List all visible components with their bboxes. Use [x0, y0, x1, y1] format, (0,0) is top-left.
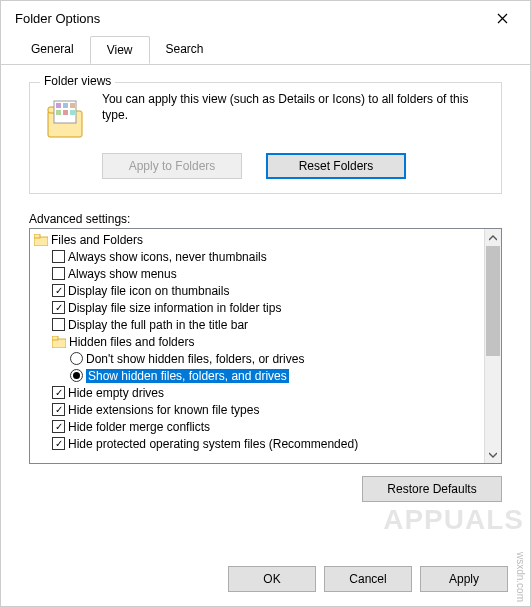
- checkbox-icon: ✓: [52, 420, 65, 433]
- dialog-buttons: OK Cancel Apply: [228, 566, 508, 592]
- close-icon: [497, 13, 508, 24]
- folder-options-window: Folder Options General View Search Folde…: [0, 0, 531, 607]
- checkbox-icon: ✓: [52, 437, 65, 450]
- folder-icon: [34, 234, 48, 246]
- tree-root-label: Files and Folders: [51, 233, 143, 247]
- option-display-full-path[interactable]: Display the full path in the title bar: [34, 316, 484, 333]
- scroll-down-button[interactable]: [485, 446, 501, 463]
- folder-views-group: Folder views You can apply t: [29, 82, 502, 194]
- svg-rect-5: [70, 103, 75, 108]
- titlebar: Folder Options: [1, 1, 530, 35]
- checkbox-icon: [52, 267, 65, 280]
- tab-search[interactable]: Search: [150, 36, 220, 64]
- svg-rect-7: [63, 110, 68, 115]
- scroll-thumb[interactable]: [486, 246, 500, 356]
- checkbox-icon: ✓: [52, 284, 65, 297]
- chevron-down-icon: [489, 452, 497, 458]
- advanced-settings-label: Advanced settings:: [29, 212, 508, 226]
- option-hide-merge-conflicts[interactable]: ✓ Hide folder merge conflicts: [34, 418, 484, 435]
- checkbox-icon: [52, 318, 65, 331]
- tab-content: Folder views You can apply t: [1, 64, 530, 516]
- checkbox-icon: ✓: [52, 403, 65, 416]
- folder-views-legend: Folder views: [40, 74, 115, 88]
- cancel-button[interactable]: Cancel: [324, 566, 412, 592]
- option-always-show-icons[interactable]: Always show icons, never thumbnails: [34, 248, 484, 265]
- watermark-source: wsxdn.com: [515, 552, 526, 602]
- tab-general[interactable]: General: [15, 36, 90, 64]
- folder-view-icon: [40, 95, 88, 143]
- svg-rect-10: [34, 234, 40, 238]
- option-display-file-size[interactable]: ✓ Display file size information in folde…: [34, 299, 484, 316]
- option-display-file-icon[interactable]: ✓ Display file icon on thumbnails: [34, 282, 484, 299]
- tree-content[interactable]: Files and Folders Always show icons, nev…: [30, 229, 484, 463]
- checkbox-icon: [52, 250, 65, 263]
- radio-icon: [70, 352, 83, 365]
- tab-strip: General View Search: [1, 36, 530, 65]
- option-dont-show-hidden[interactable]: Don't show hidden files, folders, or dri…: [34, 350, 484, 367]
- svg-rect-12: [52, 336, 58, 340]
- svg-rect-8: [70, 110, 75, 115]
- svg-rect-3: [56, 103, 61, 108]
- tree-hidden-files-group: Hidden files and folders: [34, 333, 484, 350]
- radio-icon: [70, 369, 83, 382]
- option-always-show-menus[interactable]: Always show menus: [34, 265, 484, 282]
- scroll-up-button[interactable]: [485, 229, 501, 246]
- svg-rect-4: [63, 103, 68, 108]
- folder-icon: [52, 336, 66, 348]
- close-button[interactable]: [482, 4, 522, 32]
- scroll-track[interactable]: [485, 246, 501, 446]
- option-hide-extensions[interactable]: ✓ Hide extensions for known file types: [34, 401, 484, 418]
- chevron-up-icon: [489, 235, 497, 241]
- tree-scrollbar[interactable]: [484, 229, 501, 463]
- apply-to-folders-button: Apply to Folders: [102, 153, 242, 179]
- option-show-hidden[interactable]: Show hidden files, folders, and drives: [34, 367, 484, 384]
- option-hide-protected-os-files[interactable]: ✓ Hide protected operating system files …: [34, 435, 484, 452]
- advanced-settings-tree: Files and Folders Always show icons, nev…: [29, 228, 502, 464]
- apply-button[interactable]: Apply: [420, 566, 508, 592]
- window-title: Folder Options: [15, 11, 482, 26]
- reset-folders-button[interactable]: Reset Folders: [266, 153, 406, 179]
- checkbox-icon: ✓: [52, 386, 65, 399]
- tree-root-files-folders: Files and Folders: [34, 231, 484, 248]
- ok-button[interactable]: OK: [228, 566, 316, 592]
- svg-rect-6: [56, 110, 61, 115]
- checkbox-icon: ✓: [52, 301, 65, 314]
- restore-defaults-button[interactable]: Restore Defaults: [362, 476, 502, 502]
- option-hide-empty-drives[interactable]: ✓ Hide empty drives: [34, 384, 484, 401]
- folder-views-text: You can apply this view (such as Details…: [102, 91, 491, 123]
- tab-view[interactable]: View: [90, 36, 150, 64]
